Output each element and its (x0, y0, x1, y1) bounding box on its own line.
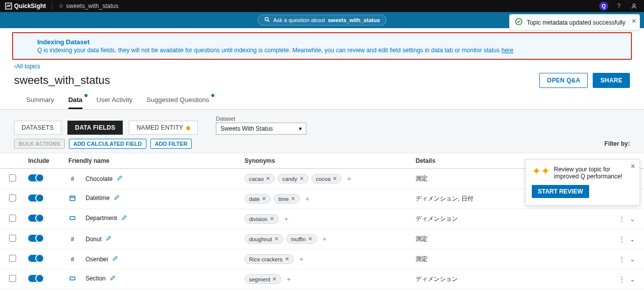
include-toggle[interactable] (28, 275, 43, 282)
add-synonym-button[interactable]: ＋ (346, 174, 353, 182)
table-row: Status mood ✕atmosphere ✕＋ディメンション⋮⌄ (0, 289, 644, 292)
edit-icon[interactable] (117, 175, 123, 182)
svg-rect-10 (70, 277, 75, 280)
include-toggle[interactable] (28, 235, 43, 242)
edit-icon[interactable] (112, 255, 118, 263)
dataset-dropdown[interactable]: Sweets With Status ▾ (216, 123, 306, 135)
chip-remove-icon[interactable]: ✕ (266, 175, 270, 182)
row-kebab-icon[interactable]: ⋮ (619, 236, 625, 243)
dataset-select: Dataset Sweets With Status ▾ (216, 116, 306, 135)
col-friendly-name: Friendly name (65, 153, 242, 169)
row-expand-icon[interactable]: ⌄ (630, 256, 635, 263)
synonym-chip[interactable]: Rice crackers ✕ (245, 254, 294, 264)
chip-remove-icon[interactable]: ✕ (308, 236, 312, 242)
add-synonym-button[interactable]: ＋ (321, 235, 328, 243)
tab-suggested-questions[interactable]: Suggested Questions (146, 93, 209, 109)
q-badge[interactable]: Q (599, 1, 609, 11)
chip-remove-icon[interactable]: ✕ (262, 196, 266, 202)
sparkle-icon: ✦✦ (532, 166, 550, 180)
synonym-chip[interactable]: muffin ✕ (286, 234, 317, 244)
row-expand-icon[interactable]: ⌄ (630, 216, 635, 223)
field-details: ディメンション (413, 269, 614, 289)
synonym-chip[interactable]: time ✕ (274, 194, 300, 204)
chip-remove-icon[interactable]: ✕ (333, 175, 337, 182)
search-icon (264, 17, 270, 24)
synonym-chip[interactable]: date ✕ (245, 194, 271, 204)
add-calculated-field-button[interactable]: ADD CALCULATED FIELD (69, 139, 146, 149)
review-close-icon[interactable]: ✕ (630, 163, 635, 170)
add-synonym-button[interactable]: ＋ (283, 215, 290, 223)
edit-icon[interactable] (110, 275, 116, 282)
bookmark[interactable]: ☆ sweets_with_status (58, 3, 118, 10)
chip-remove-icon[interactable]: ✕ (291, 196, 295, 202)
table-row: #Osenbei Rice crackers ✕＋測定⋮⌄ (0, 249, 644, 269)
row-checkbox[interactable] (9, 275, 16, 282)
help-icon[interactable]: ? (614, 1, 624, 11)
include-toggle[interactable] (28, 255, 43, 262)
chip-remove-icon[interactable]: ✕ (299, 175, 304, 182)
svg-point-1 (633, 4, 635, 7)
add-synonym-button[interactable]: ＋ (304, 195, 311, 203)
row-checkbox[interactable] (9, 235, 16, 242)
bulk-actions-button: BULK ACTIONS (14, 139, 65, 149)
edit-icon[interactable] (106, 235, 112, 243)
tab-data[interactable]: Data (68, 93, 83, 109)
row-kebab-icon[interactable]: ⋮ (619, 276, 625, 283)
open-qa-button[interactable]: OPEN Q&A (539, 73, 588, 88)
row-checkbox[interactable] (9, 195, 16, 202)
field-details: ディメンション (413, 209, 614, 229)
filter-by-label: Filter by: (604, 140, 630, 147)
subtab-named-entity[interactable]: NAMED ENTITY (129, 121, 198, 135)
chip-remove-icon[interactable]: ✕ (285, 256, 289, 262)
success-toast: Topic metadata updated successfully ✕ (509, 14, 640, 31)
chip-remove-icon[interactable]: ✕ (274, 236, 279, 242)
include-toggle[interactable] (28, 195, 43, 202)
chip-remove-icon[interactable]: ✕ (272, 276, 277, 282)
user-icon[interactable] (629, 1, 639, 11)
row-expand-icon[interactable]: ⌄ (630, 276, 635, 283)
synonym-chip[interactable]: cacao ✕ (245, 174, 275, 183)
title-row: sweets_with_status OPEN Q&A SHARE (0, 70, 644, 88)
row-kebab-icon[interactable]: ⋮ (619, 216, 625, 223)
synonym-chip[interactable]: doughnut ✕ (245, 234, 283, 244)
data-subheader: DATASETS DATA FIELDS NAMED ENTITY Datase… (0, 110, 644, 153)
include-toggle[interactable] (28, 174, 43, 181)
measure-icon: # (68, 236, 76, 243)
edit-icon[interactable] (121, 215, 127, 222)
chip-remove-icon[interactable]: ✕ (270, 216, 274, 222)
subtab-datasets[interactable]: DATASETS (14, 121, 61, 135)
row-checkbox[interactable] (9, 255, 16, 262)
review-line1: Review your topic for (554, 166, 622, 173)
tab-summary[interactable]: Summary (26, 93, 54, 109)
brand[interactable]: QuickSight (5, 3, 46, 10)
row-kebab-icon[interactable]: ⋮ (619, 256, 625, 263)
toast-message: Topic metadata updated successfully (527, 19, 625, 26)
field-name: Osenbei (86, 256, 108, 263)
start-review-button[interactable]: START REVIEW (532, 185, 589, 198)
synonym-chip[interactable]: division ✕ (245, 214, 279, 224)
row-expand-icon[interactable]: ⌄ (630, 236, 635, 243)
share-button[interactable]: SHARE (593, 73, 630, 88)
measure-icon: # (68, 175, 76, 182)
field-name: Section (86, 275, 106, 282)
measure-icon: # (68, 256, 76, 263)
include-toggle[interactable] (28, 215, 43, 222)
add-synonym-button[interactable]: ＋ (298, 255, 305, 263)
row-checkbox[interactable] (9, 215, 16, 222)
ask-question-button[interactable]: Ask a question about sweets_with_status (258, 15, 386, 26)
review-topic-card: ✕ ✦✦ Review your topic for improved Q pe… (525, 159, 640, 206)
table-row: Department division ✕＋ディメンション⋮⌄ (0, 209, 644, 229)
edit-icon[interactable] (114, 195, 120, 202)
add-filter-button[interactable]: ADD FILTER (150, 139, 192, 149)
subtab-data-fields[interactable]: DATA FIELDS (67, 121, 123, 135)
tab-user-activity[interactable]: User Activity (97, 93, 133, 109)
add-synonym-button[interactable]: ＋ (285, 275, 292, 283)
dimension-icon (68, 275, 76, 282)
synonym-chip[interactable]: candy ✕ (278, 174, 308, 183)
row-checkbox[interactable] (9, 174, 16, 181)
synonym-chip[interactable]: cocoa ✕ (311, 174, 342, 183)
notice-link[interactable]: here (502, 47, 514, 54)
synonym-chip[interactable]: segment ✕ (245, 274, 281, 284)
toast-close-icon[interactable]: ✕ (631, 18, 636, 25)
breadcrumb-back[interactable]: ‹All topics (14, 63, 40, 70)
